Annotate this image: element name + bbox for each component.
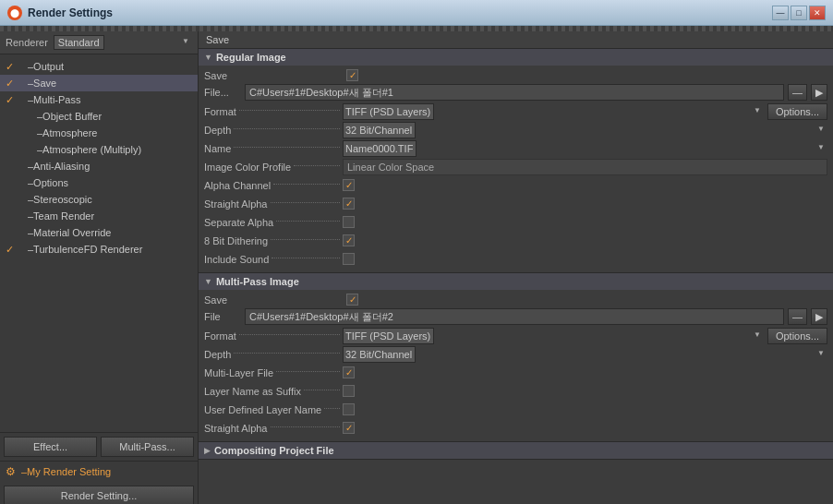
multipass-image-header[interactable]: ▼ Multi-Pass Image: [199, 273, 833, 290]
regular-separate-alpha-label: Separate Alpha: [204, 217, 273, 228]
regular-dithering-checkbox[interactable]: [343, 234, 355, 246]
compositing-title: Compositing Project File: [214, 445, 334, 456]
effect-button[interactable]: Effect...: [4, 437, 97, 457]
sidebar-item-materialoverride-label: –Material Override: [18, 227, 111, 238]
minimize-button[interactable]: —: [772, 6, 789, 20]
multipass-userdefined-row: User Defined Layer Name: [204, 401, 827, 418]
check-turbulencefd: ✓: [6, 244, 18, 256]
check-objectbuffer: ✓: [6, 111, 18, 123]
multipass-options-btn[interactable]: Options...: [767, 328, 827, 344]
regular-name-value: Name0000.TIF: [343, 140, 827, 157]
sidebar-item-antialiasing[interactable]: ✓ –Anti-Aliasing: [0, 158, 198, 174]
sidebar-item-multipass-label: –Multi-Pass: [18, 94, 80, 105]
check-materialoverride: ✓: [6, 227, 18, 239]
regular-depth-dotted: Depth: [204, 125, 343, 136]
sidebar-item-atm-multiply[interactable]: ✓ –Atmosphere (Multiply): [0, 141, 198, 158]
regular-sound-label: Include Sound: [204, 254, 269, 265]
renderer-label: Renderer: [6, 37, 48, 48]
multipass-button[interactable]: Multi-Pass...: [101, 437, 194, 457]
regular-format-select-wrap: TIFF (PSD Layers): [343, 103, 764, 120]
multipass-multilayer-value: [343, 366, 827, 378]
title-buttons: — □ ✕: [772, 6, 826, 20]
render-setting-button[interactable]: Render Setting...: [4, 486, 194, 504]
sidebar-item-antialiasing-label: –Anti-Aliasing: [18, 161, 90, 172]
compositing-header[interactable]: ▶ Compositing Project File: [199, 442, 833, 459]
sidebar-item-objectbuffer[interactable]: ✓ –Object Buffer: [0, 108, 198, 125]
multipass-save-checkbox[interactable]: [346, 294, 358, 306]
app-icon: ⬤: [7, 6, 22, 20]
sidebar-item-save[interactable]: ✓ –Save: [0, 75, 198, 91]
sidebar-item-atm-multiply-label: –Atmosphere (Multiply): [18, 144, 141, 155]
sidebar-item-stereoscopic[interactable]: ✓ –Stereoscopic: [0, 191, 198, 208]
regular-icp-input[interactable]: [343, 159, 827, 175]
multipass-format-select[interactable]: TIFF (PSD Layers): [343, 328, 434, 344]
check-options: ✓: [6, 177, 18, 189]
multipass-image-triangle: ▼: [204, 277, 212, 286]
sidebar-item-options[interactable]: ✓ –Options: [0, 174, 198, 191]
regular-image-header[interactable]: ▼ Regular Image: [199, 49, 833, 66]
check-atmosphere: ✓: [6, 127, 18, 139]
regular-save-checkbox[interactable]: [346, 69, 358, 81]
main-container: Renderer Standard ✓ –Output ✓ –Save ✓ –M…: [0, 31, 833, 504]
multipass-depth-select[interactable]: 32 Bit/Channel: [343, 346, 416, 363]
sidebar-item-teamrender[interactable]: ✓ –Team Render: [0, 208, 198, 224]
sidebar: Renderer Standard ✓ –Output ✓ –Save ✓ –M…: [0, 31, 199, 504]
multipass-layername-dotted: Layer Name as Suffix: [204, 386, 343, 397]
check-save: ✓: [6, 78, 18, 90]
sidebar-item-teamrender-label: –Team Render: [18, 210, 94, 222]
sidebar-item-options-label: –Options: [18, 177, 68, 188]
check-antialiasing: ✓: [6, 161, 18, 173]
multipass-straight-alpha-checkbox[interactable]: [343, 422, 355, 434]
multipass-userdefined-checkbox[interactable]: [343, 403, 355, 415]
regular-file-input[interactable]: [245, 84, 784, 101]
renderer-row: Renderer Standard: [0, 31, 198, 54]
multipass-file-input[interactable]: [245, 308, 784, 325]
multipass-depth-row: Depth 32 Bit/Channel: [204, 345, 827, 363]
regular-save-label: Save: [204, 70, 343, 81]
close-button[interactable]: ✕: [809, 6, 826, 20]
multipass-multilayer-checkbox[interactable]: [343, 366, 355, 378]
regular-options-btn[interactable]: Options...: [767, 103, 827, 120]
regular-format-value: TIFF (PSD Layers) Options...: [343, 103, 827, 120]
sidebar-item-turbulencefd[interactable]: ✓ –TurbulenceFD Renderer: [0, 241, 198, 258]
sidebar-item-atmosphere[interactable]: ✓ –Atmosphere: [0, 125, 198, 141]
renderer-select[interactable]: Standard: [54, 35, 104, 50]
regular-name-select[interactable]: Name0000.TIF: [343, 140, 416, 157]
sidebar-item-atmosphere-label: –Atmosphere: [18, 127, 97, 138]
regular-image-triangle: ▼: [204, 53, 212, 62]
multipass-straight-alpha-value: [343, 422, 827, 434]
regular-depth-value: 32 Bit/Channel: [343, 122, 827, 138]
regular-dithering-dotted: 8 Bit Dithering: [204, 235, 343, 246]
multipass-file-minus-btn[interactable]: —: [788, 308, 807, 325]
regular-file-label: File...: [204, 87, 241, 98]
sidebar-item-output[interactable]: ✓ –Output: [0, 58, 198, 75]
regular-file-minus-btn[interactable]: —: [788, 84, 807, 101]
regular-name-row: Name Name0000.TIF: [204, 139, 827, 157]
regular-sound-checkbox[interactable]: [343, 253, 355, 265]
regular-depth-select[interactable]: 32 Bit/Channel: [343, 122, 416, 138]
sidebar-item-multipass[interactable]: ✓ –Multi-Pass: [0, 91, 198, 108]
regular-alpha-label: Alpha Channel: [204, 180, 271, 191]
tree: ✓ –Output ✓ –Save ✓ –Multi-Pass ✓ –Objec…: [0, 54, 198, 432]
multipass-file-arrow-btn[interactable]: ▶: [811, 308, 827, 325]
multipass-layername-value: [343, 385, 827, 397]
regular-format-dotted: Format: [204, 106, 343, 117]
multipass-layername-checkbox[interactable]: [343, 385, 355, 397]
multipass-format-value: TIFF (PSD Layers) Options...: [343, 328, 827, 344]
regular-dithering-label: 8 Bit Dithering: [204, 235, 268, 246]
check-stereoscopic: ✓: [6, 194, 18, 206]
regular-format-select[interactable]: TIFF (PSD Layers): [343, 103, 434, 120]
maximize-button[interactable]: □: [791, 6, 807, 20]
regular-alpha-checkbox[interactable]: [343, 179, 355, 191]
multipass-multilayer-dotted: Multi-Layer File: [204, 367, 343, 378]
regular-straight-alpha-checkbox[interactable]: [343, 198, 355, 210]
regular-file-arrow-btn[interactable]: ▶: [811, 84, 827, 101]
multipass-multilayer-label: Multi-Layer File: [204, 367, 273, 378]
sidebar-item-save-label: –Save: [18, 78, 56, 89]
regular-separate-alpha-checkbox[interactable]: [343, 216, 355, 228]
multipass-depth-value: 32 Bit/Channel: [343, 346, 827, 363]
renderer-select-wrap: Standard: [54, 35, 192, 50]
regular-icp-dotted: Image Color Profile: [204, 162, 343, 173]
regular-format-label: Format: [204, 106, 236, 117]
sidebar-item-materialoverride[interactable]: ✓ –Material Override: [0, 224, 198, 241]
